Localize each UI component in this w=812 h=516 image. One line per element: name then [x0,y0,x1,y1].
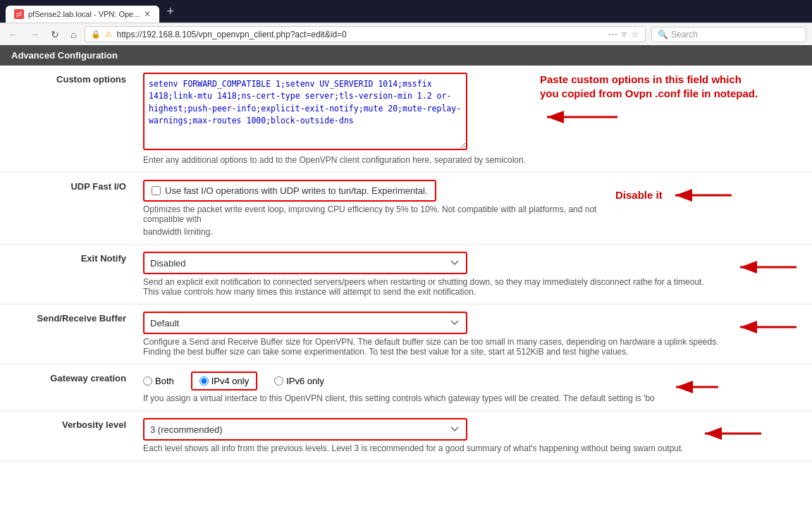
udp-fast-io-row: UDP Fast I/O Use fast I/O operations wit… [0,173,812,245]
bookmark-icon[interactable]: ▿ [622,29,627,39]
forward-button[interactable]: → [27,27,42,42]
annotation-arrow-exit-notify [733,254,804,280]
warning-icon: ⚠ [105,30,112,39]
tab-title: pfSense2.lab.local - VPN: Ope... [28,10,140,18]
send-receive-buffer-row: Send/Receive Buffer Default 32 KiB 64 Ki… [0,305,812,364]
page-content: Advanced Configuration Custom options se… [0,45,812,461]
send-receive-buffer-help: Configure a Send and Receive Buffer size… [143,337,719,357]
custom-options-help: Enter any additional options to add to t… [143,155,526,165]
tab-close-button[interactable]: ✕ [144,9,151,19]
back-button[interactable]: ← [6,27,21,42]
tab-bar: pf pfSense2.lab.local - VPN: Ope... ✕ + [6,4,806,23]
custom-options-annotation: Paste custom options in this field which… [540,73,758,100]
gateway-both-option[interactable]: Both [143,376,174,386]
gateway-ipv4-label: IPv4 only [211,376,249,386]
tab-favicon: pf [14,9,24,19]
reload-button[interactable]: ↻ [48,27,62,42]
annotation-arrow-custom [540,103,625,131]
search-icon: 🔍 [658,30,668,39]
browser-chrome: pf pfSense2.lab.local - VPN: Ope... ✕ + [0,0,812,23]
exit-notify-select[interactable]: Disabled 1 2 3 [143,252,467,274]
send-receive-buffer-content: Default 32 KiB 64 KiB 128 KiB 256 KiB 51… [137,305,812,364]
url-text: https://192.168.8.105/vpn_openvpn_client… [116,30,604,39]
gateway-ipv6-label: IPv6 only [286,376,324,386]
form-table: Custom options setenv FORWARD_COMPATIBLE… [0,66,812,461]
udp-fast-io-help2: bandwidth limiting. [143,227,601,237]
active-tab[interactable]: pf pfSense2.lab.local - VPN: Ope... ✕ [6,6,159,23]
gateway-both-label: Both [155,376,174,386]
search-bar[interactable]: 🔍 Search [651,27,806,42]
udp-fast-io-annotation: Disable it [615,188,663,202]
gateway-creation-help: If you assign a virtual interface to thi… [143,393,655,403]
annotation-arrow-udp [668,183,739,208]
lock-icon: 🔒 [91,30,101,39]
udp-fast-io-content: Use fast I/O operations with UDP writes … [137,173,812,245]
custom-options-row: Custom options setenv FORWARD_COMPATIBLE… [0,66,812,173]
annotation-arrow-gateway [669,374,725,400]
exit-notify-row: Exit Notify Disabled 1 2 3 Send an expli… [0,245,812,305]
gateway-ipv6-option[interactable]: IPv6 only [274,376,324,386]
send-receive-buffer-label: Send/Receive Buffer [0,305,137,364]
more-icon[interactable]: ⋯ [608,29,617,39]
gateway-both-radio[interactable] [143,376,152,386]
verbosity-level-row: Verbosity level 0 1 2 3 (recommended) 4 … [0,411,812,461]
verbosity-level-label: Verbosity level [0,411,137,461]
udp-fast-io-help1: Optimizes the packet write event loop, i… [143,204,601,224]
custom-options-label: Custom options [0,66,137,173]
star-icon[interactable]: ☆ [631,29,639,39]
udp-fast-io-label: UDP Fast I/O [0,173,137,245]
home-button[interactable]: ⌂ [68,27,79,42]
custom-options-textarea[interactable]: setenv FORWARD_COMPATIBLE 1;setenv UV_SE… [143,73,467,150]
annotation-arrow-verbosity [698,421,768,446]
udp-fast-io-checkbox-label[interactable]: Use fast I/O operations with UDP writes … [143,180,436,202]
gateway-ipv6-radio[interactable] [274,376,283,386]
gateway-creation-content: Both IPv4 only IPv6 only If you as [137,364,812,411]
url-bar[interactable]: 🔒 ⚠ https://192.168.8.105/vpn_openvpn_cl… [85,26,646,42]
annotation-arrow-buffer [733,314,804,340]
gateway-ipv4-radio[interactable] [199,376,209,386]
udp-fast-io-checkbox[interactable] [152,186,161,195]
gateway-creation-label: Gateway creation [0,364,137,411]
gateway-creation-row: Gateway creation Both IPv4 only [0,364,812,411]
exit-notify-label: Exit Notify [0,245,137,305]
udp-fast-io-checkbox-text: Use fast I/O operations with UDP writes … [165,185,428,196]
address-bar: ← → ↻ ⌂ 🔒 ⚠ https://192.168.8.105/vpn_op… [0,23,812,45]
section-header: Advanced Configuration [0,45,812,66]
exit-notify-help: Send an explicit exit notification to co… [143,277,719,297]
verbosity-level-select[interactable]: 0 1 2 3 (recommended) 4 5 6 7 8 9 10 11 [143,418,467,441]
exit-notify-content: Disabled 1 2 3 Send an explicit exit not… [137,245,812,305]
search-input[interactable]: Search [671,30,698,39]
new-tab-button[interactable]: + [161,4,180,23]
verbosity-level-help: Each level shows all info from the previ… [143,443,684,453]
send-receive-buffer-select[interactable]: Default 32 KiB 64 KiB 128 KiB 256 KiB 51… [143,312,467,334]
url-action-icons: ⋯ ▿ ☆ [608,29,639,39]
custom-options-content: setenv FORWARD_COMPATIBLE 1;setenv UV_SE… [137,66,812,173]
verbosity-level-content: 0 1 2 3 (recommended) 4 5 6 7 8 9 10 11 [137,411,812,461]
gateway-ipv4-option[interactable]: IPv4 only [191,371,257,391]
gateway-creation-radio-group: Both IPv4 only IPv6 only [143,371,655,391]
